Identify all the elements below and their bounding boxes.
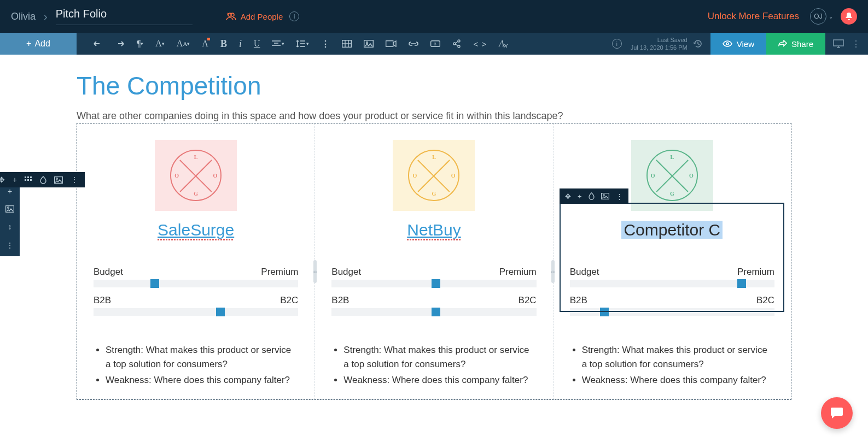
svg-point-18 [453,43,456,45]
slider-label-left: Budget [94,267,123,278]
slider-thumb[interactable] [737,279,746,288]
share-label: Share [791,39,813,49]
present-icon[interactable] [825,39,852,48]
sel-color-icon[interactable] [589,192,595,200]
slider-label-left: B2B [94,295,111,306]
note-item[interactable]: Strength: What makes this product or ser… [582,343,774,372]
add-people-icon: + [225,12,236,21]
competitor-logo[interactable]: LOGO [631,140,713,211]
share-node-icon[interactable] [452,39,461,48]
column-divider-handle[interactable]: ‹› [313,260,317,283]
unlock-features-link[interactable]: Unlock More Features [708,11,799,22]
font-family-icon[interactable]: A ▾ [155,39,165,49]
svg-point-14 [366,42,368,44]
slider-track[interactable] [570,280,774,287]
info-icon[interactable]: i [289,11,299,21]
competitor-name[interactable]: SaleSurge [158,221,234,239]
clear-format-icon[interactable]: A✕ [499,39,504,49]
slider-thumb[interactable] [432,279,440,288]
svg-rect-34 [30,179,32,181]
note-item[interactable]: Weakness: Where does this company falter… [582,373,774,387]
view-label: View [737,39,754,49]
competitor-notes[interactable]: Strength: What makes this product or ser… [570,343,774,387]
svg-text:+: + [226,12,229,17]
sel-more-icon[interactable]: ⋮ [616,192,623,201]
breadcrumb-chevron-icon: › [44,10,48,23]
slider-label-right: Premium [261,267,298,278]
competitor-logo[interactable]: LOGO [155,140,237,211]
grid-add-icon[interactable]: + [13,175,17,184]
redo-icon[interactable] [115,40,125,47]
sel-move-icon[interactable]: ✥ [565,192,571,201]
add-label: Add [34,39,50,49]
view-button[interactable]: View [710,33,766,55]
last-saved: Last Saved Jul 13, 2020 1:56 PM [631,36,688,52]
user-avatar[interactable]: OJ [810,8,826,25]
sel-image-icon[interactable] [601,193,609,199]
editor-toolbar: + Add ¶ ▾ A ▾ AA ▾ A B i U ▾ ▾ ⋮ B < > A… [0,33,868,55]
history-icon[interactable] [693,39,703,49]
grid-more-icon[interactable]: ⋮ [71,175,78,184]
share-button[interactable]: Share [766,33,825,55]
slider-label-left: B2B [331,295,349,306]
grid-image-icon[interactable] [54,176,63,184]
code-icon[interactable]: < > [473,39,487,49]
bold-icon[interactable]: B [220,38,227,50]
slider-thumb[interactable] [150,279,159,288]
slider-label-right: B2C [280,295,298,306]
slider-thumb[interactable] [600,308,609,316]
paragraph-style-icon[interactable]: ¶ ▾ [137,39,143,49]
notification-button[interactable] [841,8,857,25]
slider-track[interactable] [331,280,536,287]
slider-thumb[interactable] [432,308,440,316]
image-icon[interactable] [364,40,374,48]
underline-icon[interactable]: U [254,39,260,49]
page-subtitle[interactable]: What are other companies doing in this s… [77,110,791,122]
link-icon[interactable] [409,41,418,46]
svg-point-38 [603,195,604,196]
toolbar-info-icon[interactable]: i [612,39,622,49]
slider-track[interactable] [94,280,298,287]
sel-add-icon[interactable]: + [578,192,582,201]
user-name[interactable]: Olivia [11,11,36,22]
document-canvas: The Competition What are other companies… [0,55,868,422]
slider-track[interactable] [331,308,536,316]
slider-thumb[interactable] [216,308,225,316]
more-text-icon[interactable]: ⋮ [321,39,330,49]
svg-rect-31 [30,176,32,178]
more-menu-icon[interactable]: ⋮ [852,39,868,49]
slider-track[interactable] [570,308,774,316]
button-block-icon[interactable]: B [430,40,440,47]
competitor-name[interactable]: Competitor C [621,221,723,239]
grid-color-icon[interactable] [40,176,46,184]
undo-icon[interactable] [93,40,103,47]
slider-track[interactable] [94,308,298,316]
svg-line-22 [456,44,458,46]
doc-title-input[interactable]: Pitch Folio [56,8,193,25]
table-icon[interactable] [342,40,352,48]
note-item[interactable]: Strength: What makes this product or ser… [106,343,298,372]
competitor-name[interactable]: NetBuy [407,221,461,239]
competitor-notes[interactable]: Strength: What makes this product or ser… [331,343,536,387]
column-divider-handle[interactable]: ‹› [551,260,555,283]
competitor-logo[interactable]: LOGO [393,140,475,211]
page-heading[interactable]: The Competition [77,71,791,101]
text-color-icon[interactable]: A [202,39,208,49]
italic-icon[interactable]: i [239,38,242,50]
align-icon[interactable]: ▾ [272,40,284,47]
grid-columns-icon[interactable] [25,176,32,183]
video-icon[interactable] [386,40,397,48]
add-people-label: Add People [241,12,283,21]
slider-label-right: B2C [519,295,537,306]
slider-row: BudgetPremium [94,267,298,287]
note-item[interactable]: Strength: What makes this product or ser… [343,343,536,372]
move-icon[interactable]: ✥ [0,175,5,184]
user-menu-caret-icon[interactable]: ⌄ [829,14,833,20]
font-size-icon[interactable]: AA ▾ [177,39,190,49]
note-item[interactable]: Weakness: Where does this company falter… [343,373,536,387]
note-item[interactable]: Weakness: Where does this company falter… [106,373,298,387]
add-block-button[interactable]: + Add [0,33,77,55]
add-people-button[interactable]: + Add People [225,12,283,21]
competitor-notes[interactable]: Strength: What makes this product or ser… [94,343,298,387]
line-spacing-icon[interactable]: ▾ [296,40,309,48]
